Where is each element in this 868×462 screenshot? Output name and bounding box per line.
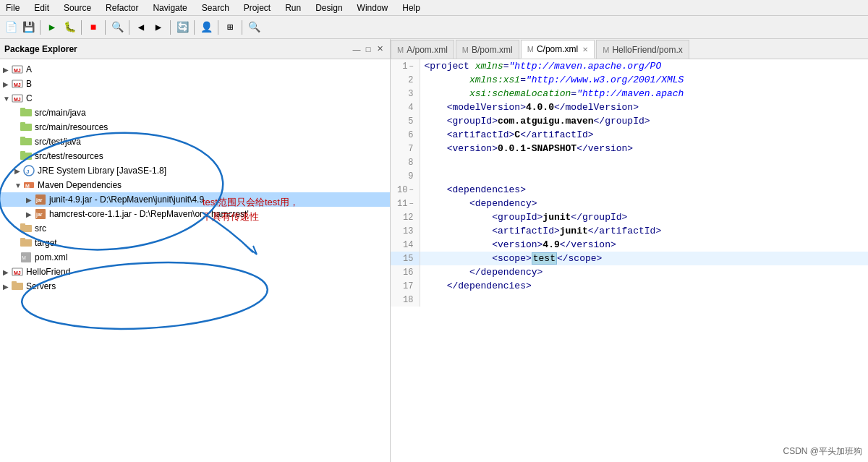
line-num-15: 15 (391, 252, 420, 265)
tree-item-src-main-java[interactable]: src/main/java (0, 106, 390, 120)
menu-search[interactable]: Search (199, 3, 232, 13)
code-line-12: 12 <groupId>junit</groupId> (391, 210, 868, 224)
toolbar-sep-3 (105, 20, 106, 35)
code-line-5: 5 <groupId>com.atguigu.maven</groupId> (391, 114, 868, 128)
svg-rect-7 (20, 108, 25, 111)
tree-item-src-folder[interactable]: src (0, 221, 390, 236)
tree-label-a: A (26, 64, 32, 74)
tree-arrow-c: ▼ (3, 95, 12, 103)
code-line-2: 2 xmlns:xsi="http://www.w3.org/2001/XMLS (391, 73, 868, 87)
jar-icon-hamcrest: jar (35, 208, 46, 220)
line-num-4: 4 (391, 100, 420, 114)
tab-close-c[interactable]: ✕ (582, 46, 588, 54)
tree-arrow-junit: ▶ (26, 196, 35, 204)
project-icon-hf: MJ (12, 266, 23, 278)
menu-navigate[interactable]: Navigate (150, 3, 190, 13)
svg-rect-23 (20, 223, 25, 226)
tree-item-jre[interactable]: ▶ J JRE System Library [JavaSE-1.8] (0, 163, 390, 178)
tree-item-hamcrest-jar[interactable]: ▶ jar hamcrest-core-1.1.jar - D:\RepMave… (0, 207, 390, 221)
tree-label-src-main-res: src/main/resources (35, 122, 108, 132)
tab-a-pom[interactable]: M A/pom.xml (391, 40, 454, 59)
toolbar-layout[interactable]: ⊞ (222, 20, 238, 35)
panel-minimize-btn[interactable]: — (351, 43, 362, 55)
tree-item-maven-deps[interactable]: ▼ M Maven Dependencies (0, 178, 390, 192)
tab-c-pom[interactable]: M C/pom.xml ✕ (521, 40, 595, 59)
toolbar-sep-6 (194, 20, 195, 35)
svg-text:MJ: MJ (14, 97, 21, 102)
toolbar-search[interactable]: 🔍 (109, 20, 125, 35)
project-icon-a: MJ (12, 64, 23, 75)
tree-item-b[interactable]: ▶ MJ B (0, 77, 390, 91)
line-num-8: 8 (391, 155, 420, 169)
menu-window[interactable]: Window (354, 3, 391, 13)
svg-rect-13 (20, 151, 25, 154)
toolbar-person[interactable]: 👤 (198, 20, 214, 35)
jre-icon: J (23, 165, 35, 176)
code-content-15: <scope>test</scope> (420, 252, 868, 265)
tree-item-src-test-resources[interactable]: src/test/resources (0, 149, 390, 163)
tab-icon-b: M (462, 46, 469, 54)
svg-text:jar: jar (35, 197, 43, 203)
svg-rect-25 (20, 238, 25, 241)
toolbar-run[interactable]: ▶ (44, 20, 60, 35)
menu-source[interactable]: Source (61, 3, 94, 13)
tree-item-src-main-resources[interactable]: src/main/resources (0, 120, 390, 134)
editor-tabs: M A/pom.xml M B/pom.xml M C/pom.xml ✕ M … (391, 39, 868, 59)
panel-close-btn[interactable]: ✕ (374, 43, 386, 55)
line-num-13: 13 (391, 224, 420, 238)
tree-label-src-test-java: src/test/java (35, 137, 81, 147)
folder-icon-target (20, 237, 32, 249)
code-content-2: xmlns:xsi="http://www.w3.org/2001/XMLS (420, 73, 868, 87)
toolbar-save[interactable]: 💾 (20, 20, 36, 35)
toolbar-forward[interactable]: ▶ (150, 20, 166, 35)
menu-run[interactable]: Run (282, 3, 304, 13)
tree-item-src-test-java[interactable]: src/test/java (0, 134, 390, 149)
line-num-5: 5 (391, 114, 420, 128)
tree-item-c[interactable]: ▼ MJ C (0, 91, 390, 106)
code-line-4: 4 <modelVersion>4.0.0</modelVersion> (391, 100, 868, 114)
code-content-14: <version>4.9</version> (420, 238, 868, 252)
line-num-1: 1− (391, 59, 420, 73)
tab-b-pom[interactable]: M B/pom.xml (456, 40, 519, 59)
menu-file[interactable]: File (3, 3, 22, 13)
panel-header: Package Explorer — □ ✕ (0, 39, 390, 59)
tree-item-junit-jar[interactable]: ▶ jar junit-4.9.jar - D:\RepMaven\junit\… (0, 192, 390, 207)
line-num-2: 2 (391, 73, 420, 87)
toolbar-sep-1 (40, 20, 41, 35)
tab-hf-pom[interactable]: M HelloFriend/pom.x (596, 40, 689, 59)
svg-rect-11 (20, 137, 25, 140)
code-content-8 (420, 155, 868, 169)
tree-item-pom-xml[interactable]: M pom.xml (0, 250, 390, 265)
toolbar-debug[interactable]: 🐛 (61, 20, 77, 35)
menu-project[interactable]: Project (241, 3, 273, 13)
menu-refactor[interactable]: Refactor (103, 3, 141, 13)
toolbar-zoom[interactable]: 🔍 (246, 20, 262, 35)
tree-item-a[interactable]: ▶ MJ A (0, 62, 390, 77)
toolbar-new[interactable]: 📄 (3, 20, 19, 35)
code-line-7: 7 <version>0.0.1-SNAPSHOT</version> (391, 142, 868, 155)
panel-maximize-btn[interactable]: □ (362, 43, 374, 55)
code-editor[interactable]: 1− <project xmlns="http://maven.apache.o… (391, 59, 868, 462)
tree-label-target: target (35, 238, 57, 248)
svg-text:MJ: MJ (14, 68, 21, 73)
src-res-icon (20, 121, 32, 133)
menu-edit[interactable]: Edit (31, 3, 52, 13)
tab-icon-hf: M (603, 46, 609, 54)
toolbar-refresh[interactable]: 🔄 (174, 20, 190, 35)
tree-arrow-jre: ▶ (14, 167, 23, 175)
tab-label-c: C/pom.xml (537, 44, 578, 54)
svg-text:J: J (26, 168, 29, 175)
tree-item-servers[interactable]: ▶ Servers (0, 279, 390, 294)
menu-design[interactable]: Design (312, 3, 345, 13)
code-line-9: 9 (391, 169, 868, 183)
code-content-11: <dependency> (420, 197, 868, 210)
tab-icon-a: M (397, 46, 404, 54)
menu-help[interactable]: Help (399, 3, 423, 13)
tree-item-target[interactable]: target (0, 236, 390, 250)
tree-item-hellofriend[interactable]: ▶ MJ HelloFriend (0, 265, 390, 279)
code-content-4: <modelVersion>4.0.0</modelVersion> (420, 100, 868, 114)
toolbar-back[interactable]: ◀ (133, 20, 149, 35)
tree-arrow-a: ▶ (3, 66, 12, 74)
tab-label-hf: HelloFriend/pom.x (612, 45, 682, 55)
toolbar-stop[interactable]: ■ (85, 20, 101, 35)
